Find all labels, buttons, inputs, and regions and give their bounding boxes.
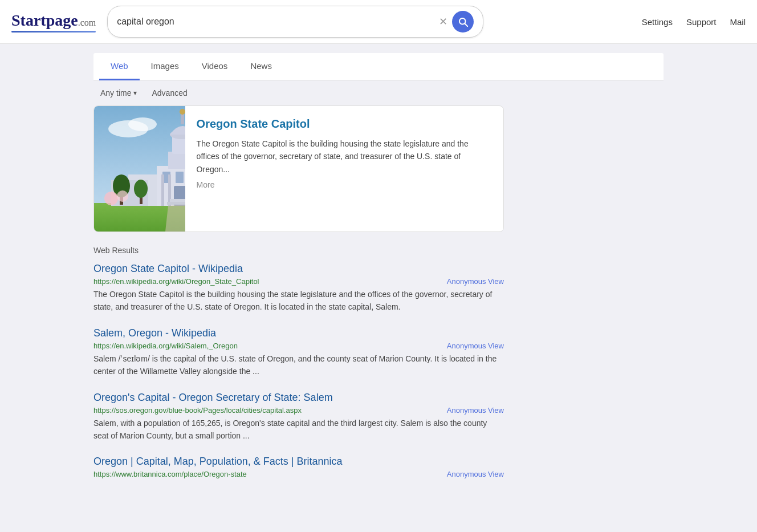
section-label: Web Results [93, 246, 664, 255]
result-title[interactable]: Oregon State Capitol - Wikipedia [93, 263, 504, 275]
result-item: Oregon State Capitol - Wikipedia https:/… [93, 263, 504, 314]
result-item: Oregon's Capital - Oregon Secretary of S… [93, 392, 504, 442]
svg-rect-39 [170, 199, 185, 202]
tabs-container: Web Images Videos News [93, 53, 664, 80]
logo-underline [11, 31, 96, 33]
result-title[interactable]: Salem, Oregon - Wikipedia [93, 327, 504, 339]
search-bar: ✕ [107, 6, 483, 38]
knowledge-text: Oregon State Capitol The Oregon State Ca… [185, 106, 503, 232]
knowledge-panel: Oregon State Capitol The Oregon State Ca… [93, 105, 504, 232]
svg-point-34 [104, 192, 118, 205]
anonymous-view-link[interactable]: Anonymous View [447, 277, 504, 286]
mail-link[interactable]: Mail [730, 17, 746, 27]
svg-rect-18 [176, 172, 184, 183]
filters-bar: Any time ▾ Advanced [93, 80, 664, 105]
result-url: https://en.wikipedia.org/wiki/Salem,_Ore… [93, 342, 238, 350]
tabs: Web Images Videos News [93, 53, 664, 80]
svg-rect-12 [168, 152, 185, 169]
knowledge-title[interactable]: Oregon State Capitol [197, 117, 492, 131]
header: Startpage.com ✕ Settings Support Mail [0, 0, 757, 44]
result-url-row: https://sos.oregon.gov/blue-book/Pages/l… [93, 406, 504, 415]
knowledge-more[interactable]: More [197, 180, 492, 189]
result-item: Oregon | Capital, Map, Population, & Fac… [93, 456, 504, 478]
logo: Startpage.com [11, 11, 96, 33]
result-url-row: https://en.wikipedia.org/wiki/Salem,_Ore… [93, 342, 504, 350]
svg-point-4 [128, 117, 157, 131]
advanced-filter[interactable]: Advanced [147, 86, 192, 100]
result-snippet: Salem /ˈseɪləm/ is the capital of the U.… [93, 352, 504, 378]
anonymous-view-link[interactable]: Anonymous View [447, 342, 504, 350]
main-content: Web Images Videos News Any time ▾ Advanc… [82, 44, 675, 501]
result-url-row: https://www.britannica.com/place/Oregon-… [93, 470, 504, 478]
svg-rect-38 [167, 202, 185, 205]
search-button[interactable] [452, 11, 474, 33]
search-icon [458, 17, 468, 27]
header-nav: Settings Support Mail [642, 17, 746, 27]
svg-point-16 [180, 109, 185, 115]
support-link[interactable]: Support [686, 17, 717, 27]
settings-link[interactable]: Settings [642, 17, 673, 27]
svg-rect-22 [161, 174, 164, 206]
tab-videos[interactable]: Videos [190, 53, 239, 80]
result-url: https://www.britannica.com/place/Oregon-… [93, 470, 247, 478]
svg-line-1 [465, 24, 468, 27]
knowledge-description: The Oregon State Capitol is the building… [197, 137, 492, 176]
result-url: https://en.wikipedia.org/wiki/Oregon_Sta… [93, 277, 259, 286]
anytime-filter[interactable]: Any time ▾ [96, 86, 141, 100]
svg-point-29 [134, 180, 148, 198]
chevron-down-icon: ▾ [133, 89, 137, 97]
result-snippet: The Oregon State Capitol is the building… [93, 288, 504, 314]
result-url-row: https://en.wikipedia.org/wiki/Oregon_Sta… [93, 277, 504, 286]
knowledge-image [94, 106, 185, 232]
clear-button[interactable]: ✕ [434, 17, 452, 27]
svg-point-35 [117, 190, 128, 202]
anonymous-view-link[interactable]: Anonymous View [447, 406, 504, 415]
result-item: Salem, Oregon - Wikipedia https://en.wik… [93, 327, 504, 378]
result-url: https://sos.oregon.gov/blue-book/Pages/l… [93, 406, 302, 415]
result-title[interactable]: Oregon | Capital, Map, Population, & Fac… [93, 456, 504, 468]
tab-news[interactable]: News [239, 53, 283, 80]
tab-web[interactable]: Web [99, 53, 140, 80]
tab-images[interactable]: Images [140, 53, 190, 80]
result-snippet: Salem, with a population of 165,265, is … [93, 417, 504, 442]
anonymous-view-link[interactable]: Anonymous View [447, 470, 504, 478]
svg-point-0 [459, 18, 466, 25]
result-title[interactable]: Oregon's Capital - Oregon Secretary of S… [93, 392, 504, 404]
search-input[interactable] [117, 17, 434, 27]
